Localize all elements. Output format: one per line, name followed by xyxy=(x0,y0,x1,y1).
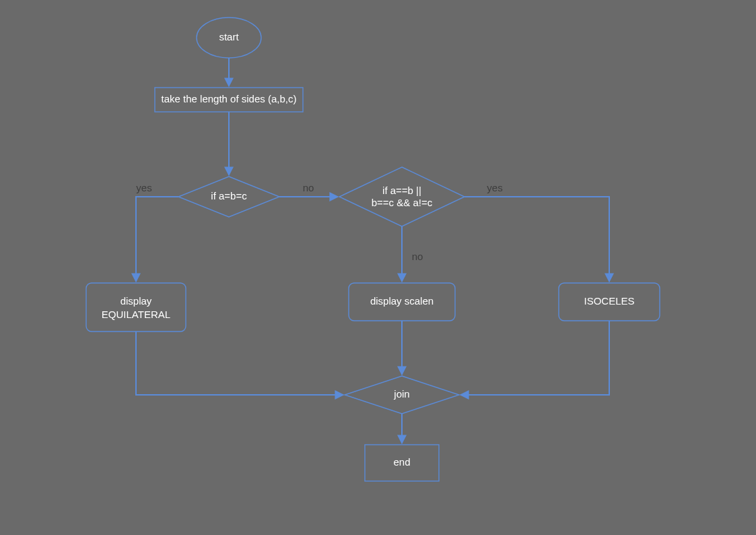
decision-equilateral-label: if a=b=c xyxy=(211,190,247,201)
decision-equilateral: if a=b=c xyxy=(178,177,279,217)
edge-dec1-no-label: no xyxy=(303,182,314,193)
decision-isoceles: if a==b || b==c && a!=c xyxy=(339,167,465,226)
edge-dec2-yes-label: yes xyxy=(487,182,502,193)
edge-dec1-yes-label: yes xyxy=(136,182,151,193)
output-isoceles-label: ISOCELES xyxy=(584,295,634,307)
start-label: start xyxy=(219,31,239,42)
input-label: take the length of sides (a,b,c) xyxy=(162,93,297,104)
output-scalene-label: display scalen xyxy=(370,295,434,307)
output-equilateral-line2: EQUILATERAL xyxy=(102,309,170,320)
join-label: join xyxy=(393,388,409,400)
end-label: end xyxy=(393,456,410,468)
decision-isoceles-line2: b==c && a!=c xyxy=(372,197,433,208)
decision-isoceles-line1: if a==b || xyxy=(382,185,421,196)
output-scalene: display scalen xyxy=(349,283,455,321)
output-isoceles: ISOCELES xyxy=(559,283,660,321)
input-node: take the length of sides (a,b,c) xyxy=(155,88,303,112)
edge-dec2-yes xyxy=(465,197,609,282)
edge-equi-join xyxy=(136,332,343,395)
edge-iso-join xyxy=(460,321,609,395)
edge-dec1-yes xyxy=(136,197,178,282)
edge-dec2-no-label: no xyxy=(412,251,423,262)
end-node: end xyxy=(365,445,439,481)
output-equilateral-line1: display xyxy=(121,295,152,307)
flowchart: start take the length of sides (a,b,c) i… xyxy=(0,0,756,535)
output-equilateral: display EQUILATERAL xyxy=(86,283,186,332)
join-node: join xyxy=(345,376,459,414)
start-node: start xyxy=(197,18,261,58)
svg-rect-4 xyxy=(86,283,186,332)
